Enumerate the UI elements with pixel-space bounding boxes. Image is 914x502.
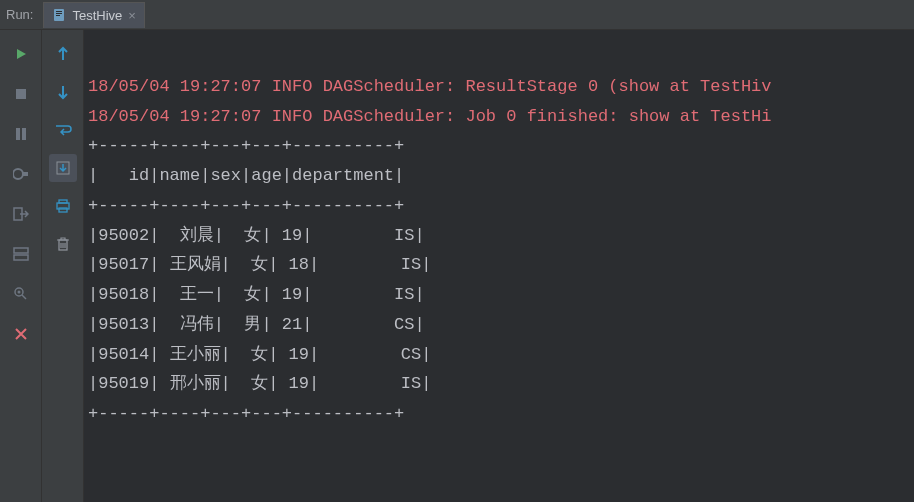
- svg-point-13: [17, 291, 20, 294]
- svg-rect-11: [14, 255, 28, 260]
- table-row: |95002| 刘晨| 女| 19| IS|: [88, 226, 425, 245]
- svg-rect-1: [56, 11, 62, 12]
- svg-rect-2: [56, 13, 62, 14]
- svg-rect-4: [16, 89, 26, 99]
- pause-button[interactable]: [7, 120, 35, 148]
- print-icon[interactable]: [49, 192, 77, 220]
- svg-point-7: [13, 169, 23, 179]
- scroll-down-icon[interactable]: [49, 78, 77, 106]
- svg-rect-6: [22, 128, 26, 140]
- table-border: +-----+----+---+---+----------+: [88, 404, 404, 423]
- table-row: |95013| 冯伟| 男| 21| CS|: [88, 315, 425, 334]
- console-actions-sidebar: [42, 30, 84, 502]
- table-row: |95018| 王一| 女| 19| IS|: [88, 285, 425, 304]
- exit-button[interactable]: [7, 200, 35, 228]
- table-row: |95017| 王风娟| 女| 18| IS|: [88, 255, 431, 274]
- clear-all-icon[interactable]: [49, 230, 77, 258]
- run-label: Run:: [6, 7, 33, 22]
- tab-label: TestHive: [72, 8, 122, 23]
- run-button[interactable]: [7, 40, 35, 68]
- console-output[interactable]: 18/05/04 19:27:07 INFO DAGScheduler: Res…: [84, 30, 914, 502]
- log-line: 18/05/04 19:27:07 INFO DAGScheduler: Job…: [88, 107, 772, 126]
- table-border: +-----+----+---+---+----------+: [88, 196, 404, 215]
- table-border: +-----+----+---+---+----------+: [88, 136, 404, 155]
- stop-button[interactable]: [7, 80, 35, 108]
- svg-rect-8: [23, 172, 28, 176]
- log-line: 18/05/04 19:27:07 INFO DAGScheduler: Res…: [88, 77, 772, 96]
- run-controls-sidebar: [0, 30, 42, 502]
- pin-button[interactable]: [7, 280, 35, 308]
- svg-rect-5: [16, 128, 20, 140]
- tab-testhive[interactable]: TestHive ×: [43, 2, 144, 28]
- layout-button[interactable]: [7, 240, 35, 268]
- scroll-to-end-icon[interactable]: [49, 154, 77, 182]
- table-row: |95019| 邢小丽| 女| 19| IS|: [88, 374, 431, 393]
- file-icon: [52, 8, 66, 22]
- svg-rect-10: [14, 248, 28, 253]
- scroll-up-icon[interactable]: [49, 40, 77, 68]
- close-icon[interactable]: ×: [128, 8, 136, 23]
- table-header: | id|name|sex|age|department|: [88, 166, 404, 185]
- svg-rect-17: [59, 208, 67, 212]
- tab-bar: Run: TestHive ×: [0, 0, 914, 30]
- close-tool-button[interactable]: [7, 320, 35, 348]
- table-row: |95014| 王小丽| 女| 19| CS|: [88, 345, 431, 364]
- soft-wrap-icon[interactable]: [49, 116, 77, 144]
- dump-button[interactable]: [7, 160, 35, 188]
- svg-rect-3: [56, 15, 60, 16]
- main-panel: 18/05/04 19:27:07 INFO DAGScheduler: Res…: [0, 30, 914, 502]
